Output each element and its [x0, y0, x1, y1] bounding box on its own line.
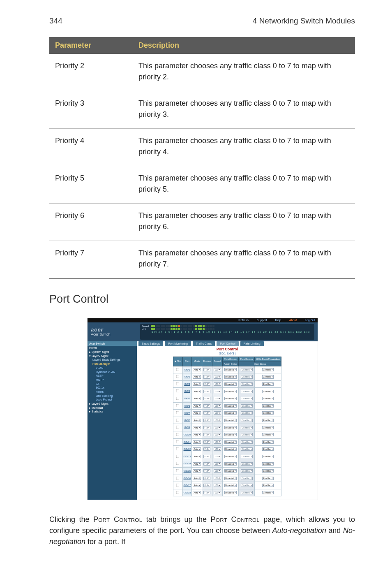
topbar-about[interactable]: About — [289, 319, 297, 322]
dropdown[interactable]: Enabled▾ — [262, 368, 274, 371]
dropdown[interactable]: 100▾ — [214, 419, 221, 422]
mode-cell[interactable]: Auto▾ — [192, 467, 202, 475]
dropdown[interactable]: Disabled▾ — [224, 433, 236, 436]
mode-cell[interactable]: Auto▾ — [192, 380, 202, 388]
sidebar-item[interactable]: ▸ Statistics — [88, 410, 137, 414]
dropdown[interactable]: Disabled▾ — [224, 440, 236, 444]
mode-cell[interactable]: Auto▾ — [192, 482, 202, 489]
duplex-cell[interactable]: Full▾ — [202, 388, 212, 395]
speed-cell[interactable]: 100▾ — [212, 453, 222, 460]
duplex-cell[interactable]: Full▾ — [202, 431, 212, 438]
row-checkbox[interactable] — [173, 467, 182, 475]
fc-admin-cell[interactable]: Disabled▾ — [222, 366, 239, 373]
duplex-cell[interactable]: Full▾ — [202, 366, 212, 373]
dropdown[interactable]: Full▾ — [203, 375, 210, 378]
dropdown[interactable]: Enabled▾ — [262, 477, 274, 480]
dropdown[interactable]: Enabled▾ — [262, 491, 274, 494]
dropdown[interactable]: Disabled▾ — [241, 397, 253, 400]
speed-cell[interactable]: 100▾ — [212, 438, 222, 446]
sidebar-item[interactable]: RSTP — [88, 374, 137, 378]
dropdown[interactable]: Disabled▾ — [224, 469, 236, 473]
dropdown[interactable]: Auto▾ — [193, 440, 201, 444]
dropdown[interactable]: Disabled▾ — [241, 440, 253, 444]
dropdown[interactable]: Auto▾ — [193, 455, 201, 458]
dropdown[interactable]: Full▾ — [203, 462, 210, 466]
topbar-support[interactable]: Support — [257, 319, 267, 322]
dropdown[interactable]: 100▾ — [214, 491, 221, 494]
mode-cell[interactable]: Auto▾ — [192, 446, 202, 453]
sidebar-item[interactable]: LA — [88, 382, 137, 386]
row-checkbox[interactable] — [173, 460, 182, 468]
hol-cell[interactable]: Enabled▾ — [255, 453, 281, 460]
dropdown[interactable]: Auto▾ — [193, 390, 201, 393]
sidebar-item[interactable]: Layer2 Basic Settings — [88, 358, 137, 362]
row-checkbox[interactable] — [173, 475, 182, 482]
dropdown[interactable]: 100▾ — [214, 404, 221, 408]
dropdown[interactable]: Auto▾ — [193, 433, 201, 436]
dropdown[interactable]: Auto▾ — [193, 404, 201, 408]
mode-cell[interactable]: Auto▾ — [192, 453, 202, 460]
speed-cell[interactable]: 100▾ — [212, 388, 222, 395]
port-link[interactable]: Gi0/15 — [182, 467, 192, 475]
dropdown[interactable]: 100▾ — [214, 440, 221, 444]
dropdown[interactable]: Disabled▾ — [224, 484, 236, 487]
fc-admin-cell[interactable]: Disabled▾ — [222, 395, 239, 402]
dropdown[interactable]: 100▾ — [214, 375, 221, 378]
mode-cell[interactable]: Auto▾ — [192, 438, 202, 446]
fc-admin-cell[interactable]: Disabled▾ — [222, 446, 239, 453]
dropdown[interactable]: Full▾ — [203, 491, 210, 494]
duplex-cell[interactable]: Full▾ — [202, 373, 212, 381]
dropdown[interactable]: 100▾ — [214, 397, 221, 400]
dropdown[interactable]: Auto▾ — [193, 462, 201, 466]
dropdown[interactable]: Disabled▾ — [241, 484, 253, 487]
fc-admin-cell[interactable]: Disabled▾ — [222, 410, 239, 417]
dropdown[interactable]: 100▾ — [214, 382, 221, 386]
fc-admin-cell[interactable]: Disabled▾ — [222, 431, 239, 438]
dropdown[interactable]: Auto▾ — [193, 484, 201, 487]
hol-cell[interactable]: Enabled▾ — [255, 460, 281, 468]
row-checkbox[interactable] — [173, 424, 182, 431]
mode-cell[interactable]: Auto▾ — [192, 417, 202, 424]
hol-cell[interactable]: Enabled▾ — [255, 489, 281, 496]
dropdown[interactable]: Auto▾ — [193, 375, 201, 378]
mode-cell[interactable]: Auto▾ — [192, 402, 202, 410]
dropdown[interactable]: Disabled▾ — [224, 419, 236, 422]
port-link[interactable]: Gi0/13 — [182, 453, 192, 460]
fc-admin-cell[interactable]: Disabled▾ — [222, 475, 239, 482]
dropdown[interactable]: Disabled▾ — [224, 390, 236, 393]
sidebar-item[interactable]: 802.1x — [88, 386, 137, 390]
speed-cell[interactable]: 100▾ — [212, 424, 222, 431]
dropdown[interactable]: Full▾ — [203, 411, 210, 415]
tab[interactable]: Port Monitoring — [165, 341, 191, 347]
speed-cell[interactable]: 100▾ — [212, 366, 222, 373]
dropdown[interactable]: Enabled▾ — [262, 462, 274, 466]
hol-cell[interactable]: Enabled▾ — [255, 431, 281, 438]
dropdown[interactable]: Full▾ — [203, 433, 210, 436]
mode-cell[interactable]: Auto▾ — [192, 424, 202, 431]
sidebar-item[interactable]: MSTP — [88, 378, 137, 382]
dropdown[interactable]: Disabled▾ — [241, 419, 253, 422]
port-link[interactable]: Gi0/16 — [182, 475, 192, 482]
sidebar-item[interactable]: Dynamic VLAN — [88, 370, 137, 374]
dropdown[interactable]: Full▾ — [203, 382, 210, 386]
row-checkbox[interactable] — [173, 402, 182, 410]
port-link[interactable]: Gi0/14 — [182, 460, 192, 468]
dropdown[interactable]: Disabled▾ — [224, 426, 236, 429]
dropdown[interactable]: Full▾ — [203, 455, 210, 458]
row-checkbox[interactable] — [173, 489, 182, 496]
dropdown[interactable]: 100▾ — [214, 411, 221, 415]
sidebar-item[interactable]: ▸ Layer3 Mgmt — [88, 402, 137, 406]
duplex-cell[interactable]: Full▾ — [202, 467, 212, 475]
dropdown[interactable]: Enabled▾ — [262, 484, 274, 487]
dropdown[interactable]: Enabled▾ — [262, 382, 274, 386]
fc-admin-cell[interactable]: Disabled▾ — [222, 417, 239, 424]
mode-cell[interactable]: Auto▾ — [192, 460, 202, 468]
port-link[interactable]: Gi0/5 — [182, 395, 192, 402]
dropdown[interactable]: Enabled▾ — [262, 397, 274, 400]
mode-cell[interactable]: Auto▾ — [192, 475, 202, 482]
dropdown[interactable]: Disabled▾ — [224, 411, 236, 415]
dropdown[interactable]: Disabled▾ — [224, 455, 236, 458]
mode-cell[interactable]: Auto▾ — [192, 366, 202, 373]
dropdown[interactable]: Disabled▾ — [224, 447, 236, 451]
dropdown[interactable]: Disabled▾ — [224, 368, 236, 371]
